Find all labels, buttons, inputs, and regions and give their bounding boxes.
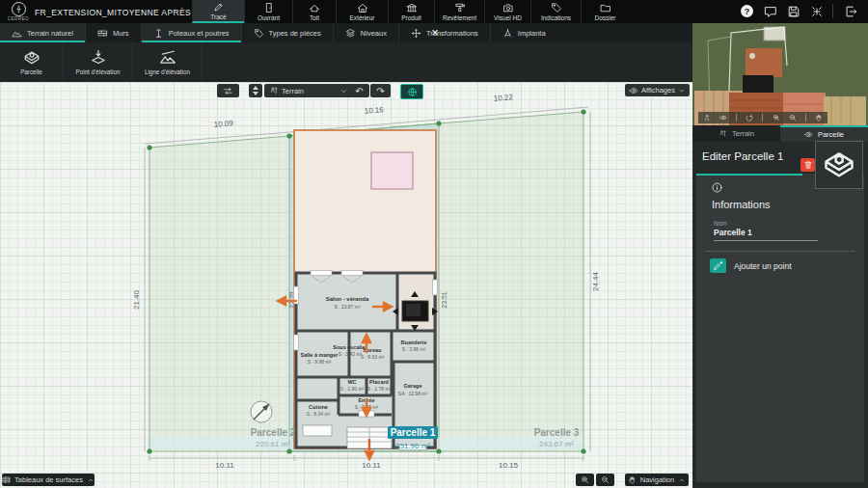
move-icon (411, 28, 421, 39)
render-3d-button[interactable] (400, 84, 423, 99)
redo-button[interactable]: ↷ (370, 84, 391, 97)
svg-text:S : 1.90 m²: S : 1.90 m² (340, 386, 365, 392)
level-icon (719, 129, 727, 138)
comment-icon (764, 5, 777, 18)
swap-view-button[interactable] (217, 84, 239, 97)
ribbon-tab-terrain-naturel[interactable]: Terrain naturel (0, 23, 86, 42)
3d-minimap[interactable] (692, 23, 868, 125)
tab-dossier[interactable]: Dossier (581, 0, 629, 23)
parcel-name-input[interactable]: Parcelle 1 (714, 228, 818, 241)
exit-button[interactable] (832, 4, 860, 18)
chevron-down-icon (339, 87, 348, 95)
pool-zone[interactable] (371, 152, 413, 189)
zoom-out-icon[interactable] (789, 114, 797, 122)
save-button[interactable] (786, 4, 800, 18)
eye-icon[interactable] (719, 114, 727, 122)
ribbon-tab-murs[interactable]: Murs (86, 23, 142, 42)
panel-tab-terrain[interactable]: Terrain (692, 125, 780, 142)
svg-text:WC: WC (347, 379, 356, 385)
tableaux-surfaces-button[interactable]: Tableaux de surfaces (2, 474, 95, 486)
svg-text:S : 9.98 m²: S : 9.98 m² (308, 359, 332, 365)
svg-text:10.11: 10.11 (215, 461, 234, 470)
elevation-point-icon (90, 49, 107, 67)
paint-roller-icon (454, 3, 466, 14)
house-icon (357, 3, 368, 14)
svg-text:Salon - véranda: Salon - véranda (326, 296, 369, 302)
panel-tab-parcelle[interactable]: Parcelle (780, 125, 868, 142)
zoom-in-button[interactable] (576, 474, 594, 486)
svg-text:S : 3.42 m²: S : 3.42 m² (339, 351, 363, 357)
orbit-icon[interactable] (746, 114, 753, 122)
eye-icon (804, 130, 813, 139)
svg-text:10.16: 10.16 (364, 105, 384, 116)
chevron-up-icon (678, 476, 686, 484)
level-icon (269, 86, 279, 95)
center-view-button[interactable] (809, 4, 824, 18)
mountain-icon (12, 28, 22, 39)
comment-button[interactable] (763, 4, 777, 18)
redo-icon: ↷ (376, 86, 384, 96)
tab-exterieur[interactable]: Extérieur (336, 0, 388, 23)
pencil-icon (213, 2, 225, 13)
compass (251, 401, 272, 422)
zoom-out-button[interactable] (596, 474, 614, 486)
undo-icon: ↶ (355, 86, 363, 96)
chevron-up-icon (87, 476, 95, 484)
tab-toit[interactable]: Toit (292, 0, 336, 23)
wall-icon (97, 28, 108, 39)
info-icon[interactable] (711, 180, 723, 198)
trash-icon (803, 160, 813, 170)
svg-text:Cuisine: Cuisine (309, 404, 328, 410)
main-nav: Tracé Ouvrant Toit Extérieur Produit Rev… (192, 0, 629, 23)
camera-icon (502, 3, 514, 14)
parcel-3-label[interactable]: Parcelle 3 (534, 427, 580, 438)
undo-button[interactable]: ↶ (349, 84, 369, 97)
svg-text:SA : 12.98 m²: SA : 12.98 m² (398, 391, 428, 396)
ribbon-tab-transformations[interactable]: Transformations (399, 23, 491, 42)
help-button[interactable]: ? (740, 4, 754, 18)
globe-icon (407, 87, 418, 97)
tab-trace[interactable]: Tracé (192, 0, 244, 23)
add-point-button[interactable]: Ajouter un point (710, 258, 792, 273)
svg-text:10.15: 10.15 (499, 461, 519, 470)
svg-text:S : 3.96 m²: S : 3.96 m² (402, 346, 426, 352)
ribbon-tab-niveaux[interactable]: Niveaux (334, 23, 399, 42)
tab-ouvrant[interactable]: Ouvrant (244, 0, 292, 23)
tab-revetement[interactable]: Revêtement (434, 0, 484, 23)
ribbon-tab-types-pieces[interactable]: Types de pièces (242, 23, 334, 42)
cedreo-logo[interactable]: CEDREO (4, 2, 33, 21)
app-window: CEDREO FR_EXTENSION_MITOYENNE APRÈS Trac… (0, 0, 868, 488)
compass-icon (502, 28, 513, 39)
parcel-2-label[interactable]: Parcelle 2 (251, 427, 296, 438)
tool-ligne-elevation[interactable]: Ligne d'élévation (133, 42, 203, 82)
close-ribbon-icon[interactable]: × (427, 24, 443, 40)
level-stepper[interactable] (249, 84, 262, 97)
walk-view-icon[interactable] (703, 114, 711, 122)
tab-visuel-hd[interactable]: Visuel HD (484, 0, 530, 23)
folder-icon (600, 3, 611, 14)
tab-produit[interactable]: Produit (388, 0, 434, 23)
hand-icon (628, 475, 637, 484)
plan-canvas[interactable]: 10.09 10.16 10.22 10.11 10.11 10.15 21.4… (0, 82, 692, 488)
hand-icon[interactable] (815, 114, 823, 122)
svg-text:Garage: Garage (404, 383, 422, 389)
delete-parcel-button[interactable] (800, 158, 815, 172)
ribbon-tab-implantation[interactable]: Implanta (491, 23, 557, 42)
step-down-icon (253, 92, 258, 95)
floor-plan-drawing[interactable]: 10.09 10.16 10.22 10.11 10.11 10.15 21.4… (0, 82, 692, 488)
ribbon-tab-bar: Terrain naturel Murs Poteaux et poutres … (0, 23, 692, 42)
panel-card: Informations Nom Parcelle 1 Ajouter un p… (696, 174, 864, 482)
navigation-button[interactable]: Navigation (625, 474, 689, 486)
elevation-line-icon (159, 49, 176, 67)
tool-point-elevation[interactable]: Point d'élévation (64, 42, 133, 82)
affichages-dropdown[interactable]: Affichages (625, 84, 690, 96)
parcel-preview[interactable] (815, 141, 863, 189)
level-select[interactable]: Terrain (264, 84, 353, 97)
zoom-out-icon (601, 475, 610, 484)
zoom-in-icon[interactable] (773, 114, 780, 122)
document-title: FR_EXTENSION_MITOYENNE APRÈS (35, 8, 191, 17)
ribbon-tab-poteaux[interactable]: Poteaux et poutres (142, 23, 242, 42)
svg-text:S : 9.63 m²: S : 9.63 m² (361, 354, 385, 360)
tab-indications[interactable]: Indications (530, 0, 581, 23)
tool-parcelle[interactable]: Parcelle (0, 42, 64, 82)
